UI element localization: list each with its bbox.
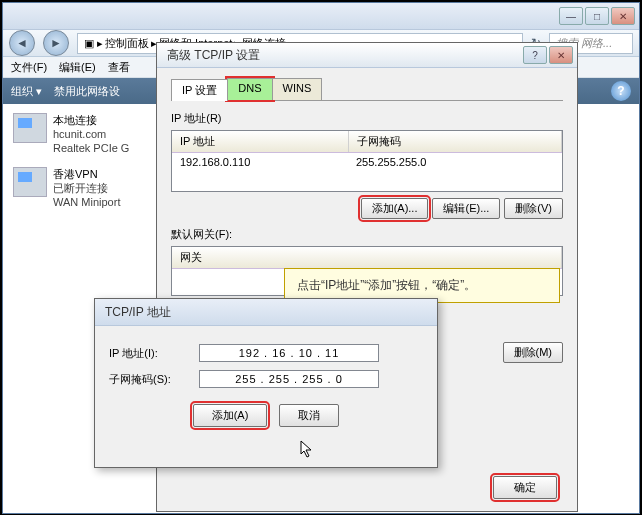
add-button[interactable]: 添加(A) bbox=[193, 404, 268, 427]
dlg1-help-button[interactable]: ? bbox=[523, 46, 547, 64]
conn-line2: WAN Miniport bbox=[53, 195, 120, 209]
cell-mask: 255.255.255.0 bbox=[348, 153, 434, 171]
mask-input[interactable]: 255 . 255 . 255 . 0 bbox=[199, 370, 379, 388]
cell-ip: 192.168.0.110 bbox=[172, 153, 348, 171]
add-ip-button[interactable]: 添加(A)... bbox=[361, 198, 429, 219]
dlg1-close-button[interactable]: ✕ bbox=[549, 46, 573, 64]
cmd-disable[interactable]: 禁用此网络设 bbox=[54, 84, 120, 99]
menu-file[interactable]: 文件(F) bbox=[7, 58, 51, 77]
crumb-icon[interactable]: ▣ ▸ bbox=[84, 37, 103, 50]
vpn-icon bbox=[13, 167, 47, 197]
ip-input[interactable]: 192 . 16 . 10 . 11 bbox=[199, 344, 379, 362]
crumb-0[interactable]: 控制面板 bbox=[105, 36, 149, 51]
min-button[interactable]: — bbox=[559, 7, 583, 25]
tab-wins[interactable]: WINS bbox=[272, 78, 323, 100]
ip-row[interactable]: 192.168.0.110 255.255.255.0 bbox=[172, 153, 562, 171]
connection-item[interactable]: 本地连接 hcunit.com Realtek PCIe G bbox=[13, 113, 153, 155]
dlg2-titlebar: TCP/IP 地址 bbox=[95, 299, 437, 326]
connection-item[interactable]: 香港VPN 已断开连接 WAN Miniport bbox=[13, 167, 153, 209]
conn-line1: 已断开连接 bbox=[53, 181, 120, 195]
tcpip-address-dialog: TCP/IP 地址 IP 地址(I): 192 . 16 . 10 . 11 子… bbox=[94, 298, 438, 468]
ok-button[interactable]: 确定 bbox=[493, 476, 557, 499]
close-button[interactable]: ✕ bbox=[611, 7, 635, 25]
menu-edit[interactable]: 编辑(E) bbox=[55, 58, 100, 77]
mask-field-label: 子网掩码(S): bbox=[109, 372, 199, 387]
conn-name: 香港VPN bbox=[53, 167, 120, 181]
delete-ip-button[interactable]: 删除(V) bbox=[504, 198, 563, 219]
cancel-button[interactable]: 取消 bbox=[279, 404, 339, 427]
dlg1-title: 高级 TCP/IP 设置 bbox=[161, 47, 521, 64]
tab-ip-settings[interactable]: IP 设置 bbox=[171, 79, 228, 101]
outer-titlebar: — □ ✕ bbox=[3, 3, 639, 30]
conn-line1: hcunit.com bbox=[53, 127, 129, 141]
delete-gw-button[interactable]: 删除(M) bbox=[503, 342, 564, 363]
ip-field-label: IP 地址(I): bbox=[109, 346, 199, 361]
col-gw: 网关 bbox=[172, 247, 562, 268]
tab-strip: IP 设置 DNS WINS bbox=[171, 78, 563, 101]
conn-name: 本地连接 bbox=[53, 113, 129, 127]
tab-dns[interactable]: DNS bbox=[227, 78, 272, 100]
nic-icon bbox=[13, 113, 47, 143]
ip-listview[interactable]: IP 地址 子网掩码 192.168.0.110 255.255.255.0 bbox=[171, 130, 563, 192]
connections-pane: 本地连接 hcunit.com Realtek PCIe G 香港VPN 已断开… bbox=[13, 113, 153, 221]
fwd-button[interactable]: ► bbox=[43, 30, 69, 56]
col-mask: 子网掩码 bbox=[349, 131, 562, 152]
conn-line2: Realtek PCIe G bbox=[53, 141, 129, 155]
gw-group-label: 默认网关(F): bbox=[171, 227, 563, 242]
cmd-organize[interactable]: 组织 ▾ bbox=[11, 84, 42, 99]
dlg2-title: TCP/IP 地址 bbox=[99, 304, 433, 321]
max-button[interactable]: □ bbox=[585, 7, 609, 25]
col-ip: IP 地址 bbox=[172, 131, 349, 152]
ip-group-label: IP 地址(R) bbox=[171, 111, 563, 126]
menu-view[interactable]: 查看 bbox=[104, 58, 134, 77]
edit-ip-button[interactable]: 编辑(E)... bbox=[432, 198, 500, 219]
dlg1-titlebar: 高级 TCP/IP 设置 ? ✕ bbox=[157, 43, 577, 68]
back-button[interactable]: ◄ bbox=[9, 30, 35, 56]
help-icon[interactable]: ? bbox=[611, 81, 631, 101]
